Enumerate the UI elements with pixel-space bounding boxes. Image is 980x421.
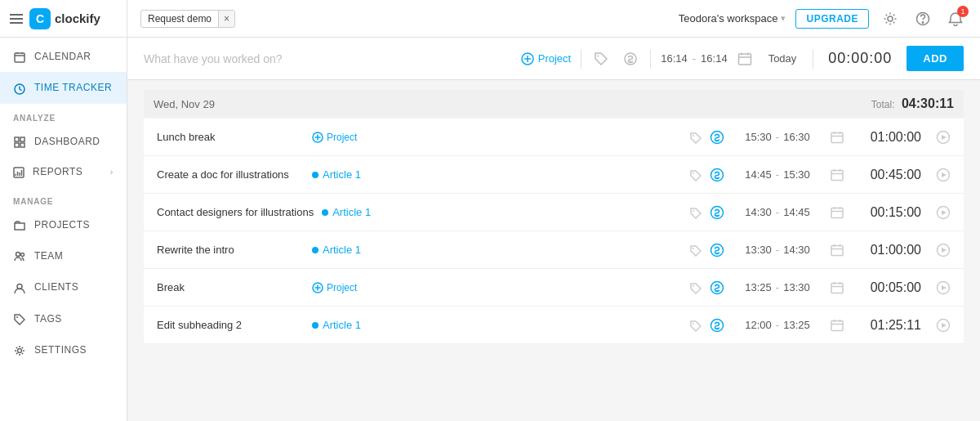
svg-rect-52 <box>831 208 843 218</box>
entry-billable-icon[interactable] <box>710 279 724 296</box>
entry-time-start[interactable]: 15:30 <box>745 131 772 143</box>
entry-description: Contact designers for illustrations <box>157 206 314 218</box>
entry-project: Article 1 <box>312 168 361 181</box>
reports-chevron-icon: › <box>110 167 114 177</box>
reports-icon <box>13 166 24 178</box>
entry-tag-icon[interactable] <box>690 168 702 181</box>
description-input[interactable] <box>144 52 511 65</box>
entry-play-button[interactable] <box>936 241 951 258</box>
main-content: Project 16:14 - 16:14 <box>127 38 980 421</box>
entry-billable-icon[interactable] <box>710 128 724 146</box>
entry-tag-icon[interactable] <box>690 318 702 331</box>
project-name[interactable]: Article 1 <box>323 319 361 331</box>
add-project-small[interactable]: Project <box>312 132 357 143</box>
entry-billable-icon[interactable] <box>710 241 724 258</box>
entry-play-button[interactable] <box>936 204 951 221</box>
add-project-small[interactable]: Project <box>312 282 357 293</box>
sidebar-item-time-tracker[interactable]: TIME TRACKER <box>0 72 127 103</box>
entry-billable-icon[interactable] <box>710 316 724 334</box>
project-name[interactable]: Article 1 <box>323 244 361 256</box>
demo-badge: Request demo × <box>140 10 235 28</box>
entry-tag-icon[interactable] <box>690 243 702 256</box>
entry-play-button[interactable] <box>936 166 951 183</box>
entry-time-start[interactable]: 13:25 <box>745 281 772 293</box>
sidebar-item-calendar[interactable]: CALENDAR <box>0 41 127 72</box>
entry-time-dash: - <box>776 319 779 331</box>
demo-text[interactable]: Request demo <box>141 11 218 27</box>
billable-button[interactable] <box>621 52 640 66</box>
reports-label: REPORTS <box>33 166 82 177</box>
entry-time-end[interactable]: 14:45 <box>783 206 810 218</box>
entry-time-start[interactable]: 13:30 <box>745 244 772 256</box>
workspace-selector[interactable]: Teodora's workspace ▾ <box>679 12 786 25</box>
entry-calendar-icon[interactable] <box>831 130 844 144</box>
time-tracker-label: TIME TRACKER <box>34 82 112 93</box>
sidebar-item-dashboard[interactable]: DASHBOARD <box>0 126 127 157</box>
svg-marker-84 <box>942 323 947 328</box>
upgrade-button[interactable]: UPGRADE <box>795 9 869 29</box>
topbar-right: Teodora's workspace ▾ UPGRADE 1 <box>679 7 967 30</box>
workspace-chevron-icon: ▾ <box>781 13 786 24</box>
entry-calendar-icon[interactable] <box>831 205 844 219</box>
sidebar-item-tags[interactable]: TAGS <box>0 303 127 334</box>
sidebar-item-team[interactable]: TEAM <box>0 240 127 271</box>
svg-marker-65 <box>942 248 947 253</box>
tag-button[interactable] <box>591 52 611 66</box>
time-end[interactable]: 16:14 <box>701 52 728 65</box>
entry-play-button[interactable] <box>936 279 951 296</box>
time-start[interactable]: 16:14 <box>661 52 688 65</box>
entry-calendar-icon[interactable] <box>831 280 844 294</box>
entry-play-button[interactable] <box>936 128 951 146</box>
svg-rect-5 <box>15 137 19 141</box>
add-project-label: Project <box>538 52 571 65</box>
project-name[interactable]: Article 1 <box>323 168 361 181</box>
entry-time-start[interactable]: 14:30 <box>745 206 772 218</box>
notification-count: 1 <box>957 6 969 17</box>
help-icon[interactable] <box>911 7 934 30</box>
add-button[interactable]: ADD <box>906 46 964 71</box>
entry-billable-icon[interactable] <box>710 204 724 221</box>
sidebar-item-projects[interactable]: PROJECTS <box>0 209 127 240</box>
entry-duration: 00:15:00 <box>852 205 921 220</box>
entry-calendar-icon[interactable] <box>831 168 844 181</box>
hamburger-menu[interactable] <box>10 14 23 24</box>
time-entry-bar: Project 16:14 - 16:14 <box>127 38 980 80</box>
entry-time-dash: - <box>776 281 779 293</box>
entry-calendar-icon[interactable] <box>831 243 844 257</box>
svg-point-18 <box>18 349 22 353</box>
sidebar-item-settings[interactable]: SETTINGS <box>0 334 127 365</box>
svg-rect-44 <box>831 171 843 181</box>
entry-billable-icon[interactable] <box>710 166 724 183</box>
svg-point-69 <box>693 285 694 287</box>
entry-duration: 00:45:00 <box>852 168 921 182</box>
notification-icon[interactable]: 1 <box>944 7 967 30</box>
entry-time-end[interactable]: 13:25 <box>783 319 810 331</box>
time-log: Wed, Nov 29 Total: 04:30:11 Lunch break … <box>127 80 980 354</box>
entry-tag-icon[interactable] <box>690 280 702 293</box>
entry-tag-icon[interactable] <box>690 205 702 218</box>
entry-calendar-icon[interactable] <box>831 318 844 332</box>
time-range: 16:14 - 16:14 <box>661 52 727 65</box>
entry-play-button[interactable] <box>936 316 951 334</box>
demo-close-button[interactable]: × <box>218 11 234 27</box>
entry-time-end[interactable]: 15:30 <box>783 168 810 181</box>
dashboard-label: DASHBOARD <box>34 136 100 147</box>
entry-time-range: 14:30 - 14:45 <box>733 206 822 218</box>
sidebar-item-reports[interactable]: REPORTS › <box>0 157 127 187</box>
entry-tag-icon[interactable] <box>690 130 702 143</box>
entry-time-end[interactable]: 13:30 <box>783 281 810 293</box>
entry-time-end[interactable]: 14:30 <box>783 244 810 256</box>
sidebar-item-clients[interactable]: CLIENTS <box>0 271 127 302</box>
entry-time-end[interactable]: 16:30 <box>783 131 810 143</box>
settings-gear-icon[interactable] <box>879 7 902 30</box>
svg-point-34 <box>693 135 694 137</box>
add-project-button[interactable]: Project <box>521 52 571 65</box>
entry-time-range: 12:00 - 13:25 <box>733 319 822 331</box>
entry-time-range: 13:25 - 13:30 <box>733 281 822 293</box>
calendar-label: CALENDAR <box>34 51 91 62</box>
project-name[interactable]: Article 1 <box>332 206 371 218</box>
today-label: Today <box>762 52 804 65</box>
entry-time-start[interactable]: 14:45 <box>745 168 772 181</box>
entry-time-start[interactable]: 12:00 <box>745 319 772 331</box>
calendar-date-button[interactable] <box>737 51 752 66</box>
